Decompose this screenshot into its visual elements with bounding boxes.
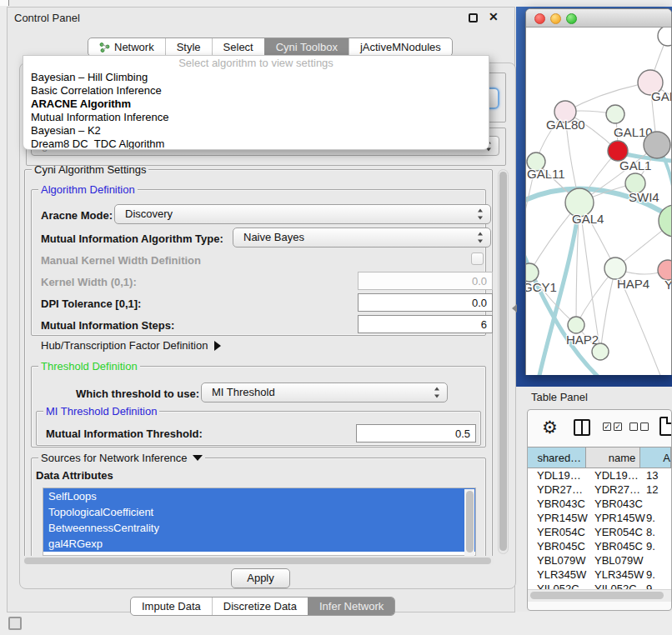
threshold-definition-legend: Threshold Definition — [38, 360, 140, 372]
control-panel-titlebar[interactable]: Control Panel ✕ — [8, 8, 514, 28]
node-label-gal1: GAL1 — [619, 158, 651, 172]
table-row[interactable]: YLR345WYLR345W9. — [528, 568, 671, 582]
algorithm-option-dream8-dc-tdc-algorithm[interactable]: Dream8 DC_TDC Algorithm — [23, 138, 489, 150]
kernel-width-field[interactable] — [358, 272, 493, 290]
tab-infer-network[interactable]: Infer Network — [308, 598, 394, 615]
node-unlabeled[interactable] — [658, 28, 671, 46]
scrollbar-thumb[interactable] — [499, 172, 507, 551]
table-rows: YDL19…YDL19…13YDR27…YDR27…12YBR043CYBR04… — [528, 468, 671, 596]
node-gcy1[interactable] — [526, 263, 539, 282]
which-threshold-combo[interactable]: MI Threshold — [201, 382, 448, 402]
settings-vertical-scrollbar[interactable] — [498, 169, 509, 554]
attribute-item-selfloops[interactable]: SelfLoops — [43, 488, 475, 504]
tab-network[interactable]: Network — [88, 38, 165, 56]
table-row[interactable]: YBR043CYBR043C — [528, 497, 671, 511]
scrollbar-thumb[interactable] — [530, 592, 664, 599]
settings-horizontal-scrollbar[interactable] — [23, 557, 494, 565]
table-horizontal-scrollbar[interactable] — [528, 589, 671, 602]
mi-threshold-legend: MI Threshold Definition — [43, 405, 159, 418]
algorithm-option-bayesian-k2[interactable]: Bayesian – K2 — [23, 124, 489, 138]
node-label-swi4: SWI4 — [629, 190, 659, 204]
node-unlabeled[interactable] — [644, 132, 670, 158]
algorithm-option-list: Bayesian – Hill ClimbingBasic Correlatio… — [23, 71, 489, 150]
network-graph[interactable]: GAL7GAL80GAL10GAL1GAL11SWI4GAL4GCY1HAP4Y… — [526, 28, 671, 375]
dpi-tolerance-field[interactable] — [358, 293, 493, 312]
tab-cyni-toolbox[interactable]: Cyni Toolbox — [264, 38, 349, 56]
sources-legend[interactable]: Sources for Network Inference — [38, 452, 205, 464]
algorithm-option-bayesian-hill-climbing[interactable]: Bayesian – Hill Climbing — [23, 71, 489, 84]
algorithm-option-mutual-information-inference[interactable]: Mutual Information Inference — [23, 111, 489, 124]
control-panel-window: Control Panel ✕ NetworkStyleSelectCyni T… — [7, 7, 515, 612]
manual-kernel-width-checkbox[interactable] — [471, 252, 484, 265]
tab-impute-data[interactable]: Impute Data — [131, 598, 212, 615]
algorithm-option-basic-correlation-inference[interactable]: Basic Correlation Inference — [23, 84, 489, 98]
close-traffic-light-icon[interactable] — [534, 13, 545, 24]
node-unlabeled[interactable] — [592, 343, 609, 360]
select-all-icon[interactable]: ✓✓ — [603, 422, 622, 431]
kernel-width-label: Kernel Width (0,1): — [41, 276, 137, 288]
combo-spinner-icon — [478, 232, 484, 243]
node-label-gal7: GAL7 — [651, 89, 671, 103]
split-column-icon[interactable] — [574, 419, 590, 436]
dpi-tolerance-label: DPI Tolerance [0,1]: — [41, 298, 141, 310]
tab-select[interactable]: Select — [212, 38, 264, 56]
cyni-settings-legend: Cyni Algorithm Settings — [32, 166, 148, 176]
node-hap2[interactable] — [568, 317, 584, 333]
scrollbar-thumb[interactable] — [466, 491, 474, 552]
window-fragment — [0, 0, 9, 6]
hub-definition-expander[interactable]: Hub/Transcription Factor Definition — [41, 339, 221, 352]
minimize-traffic-light-icon[interactable] — [550, 13, 561, 24]
column-header-shared[interactable]: shared… — [528, 448, 586, 468]
table-panel-title: Table Panel — [531, 391, 588, 403]
data-attributes-list[interactable]: SelfLoopsTopologicalCoefficientBetweenne… — [43, 488, 476, 556]
tab-discretize-data[interactable]: Discretize Data — [212, 598, 308, 615]
column-header-name[interactable]: name — [586, 448, 640, 468]
mi-threshold-field[interactable] — [356, 424, 476, 442]
document-icon[interactable] — [659, 417, 672, 436]
node-label-hap4: HAP4 — [617, 277, 649, 291]
network-icon — [99, 42, 110, 52]
node-label-gal80: GAL80 — [546, 118, 585, 132]
table-row[interactable]: YPR145WYPR145W9. — [528, 511, 671, 525]
table-header-row: shared…nameA — [528, 447, 671, 468]
attributes-scrollbar[interactable] — [464, 489, 474, 556]
attribute-item-betweennesscentrality[interactable]: BetweennessCentrality — [43, 520, 475, 536]
table-row[interactable]: YDL19…YDL19…13 — [528, 468, 671, 482]
mi-steps-field[interactable] — [358, 315, 493, 333]
gear-icon[interactable]: ⚙ — [542, 417, 558, 438]
which-threshold-label: Which threshold to use: — [76, 388, 199, 400]
mi-algorithm-type-combo[interactable]: Naive Bayes — [233, 228, 491, 248]
collapse-down-icon — [193, 455, 203, 461]
node-label-y: Y — [664, 278, 671, 292]
scrollbar-thumb[interactable] — [24, 558, 491, 564]
control-panel-tabs: NetworkStyleSelectCyni ToolboxjActiveMNo… — [88, 38, 453, 57]
network-canvas[interactable]: GAL7GAL80GAL10GAL1GAL11SWI4GAL4GCY1HAP4Y… — [526, 28, 671, 375]
unselect-all-icon[interactable] — [629, 422, 649, 431]
attribute-item-gal4rgexp[interactable]: gal4RGexp — [43, 536, 475, 552]
attribute-item-topologicalcoefficient[interactable]: TopologicalCoefficient — [43, 504, 475, 520]
apply-button[interactable]: Apply — [231, 568, 290, 588]
network-window-titlebar[interactable] — [526, 9, 671, 28]
table-row[interactable]: YBR045CYBR045C9. — [528, 539, 671, 553]
table-row[interactable]: YBL079WYBL079W — [528, 553, 671, 568]
table-row[interactable]: YDR27…YDR27…12 — [528, 482, 671, 497]
collapsed-panel-icon[interactable] — [8, 617, 22, 630]
node-gal10[interactable] — [606, 105, 624, 123]
node-label-hap2: HAP2 — [566, 332, 599, 347]
node-label-gcy1: GCY1 — [526, 280, 557, 294]
tab-jactivemnodules[interactable]: jActiveMNodules — [349, 38, 452, 56]
table-row[interactable]: YER054CYER054C8. — [528, 525, 671, 539]
network-view-window: GAL7GAL80GAL10GAL1GAL11SWI4GAL4GCY1HAP4Y… — [525, 8, 672, 375]
splitter-collapse-icon[interactable] — [512, 304, 517, 312]
close-icon[interactable]: ✕ — [489, 10, 499, 23]
control-panel-title: Control Panel — [14, 12, 80, 24]
data-attributes-label: Data Attributes — [36, 469, 113, 482]
zoom-traffic-light-icon[interactable] — [566, 13, 577, 24]
table-toolbar: ⚙ ✓✓ — [528, 410, 671, 447]
float-window-icon[interactable] — [469, 13, 478, 22]
algorithm-option-aracne-algorithm[interactable]: ARACNE Algorithm — [23, 98, 489, 111]
aracne-mode-combo[interactable]: Discovery — [114, 204, 491, 224]
tab-style[interactable]: Style — [165, 38, 212, 56]
node-label-gal11: GAL11 — [527, 167, 565, 181]
column-header-a[interactable]: A — [640, 448, 671, 468]
